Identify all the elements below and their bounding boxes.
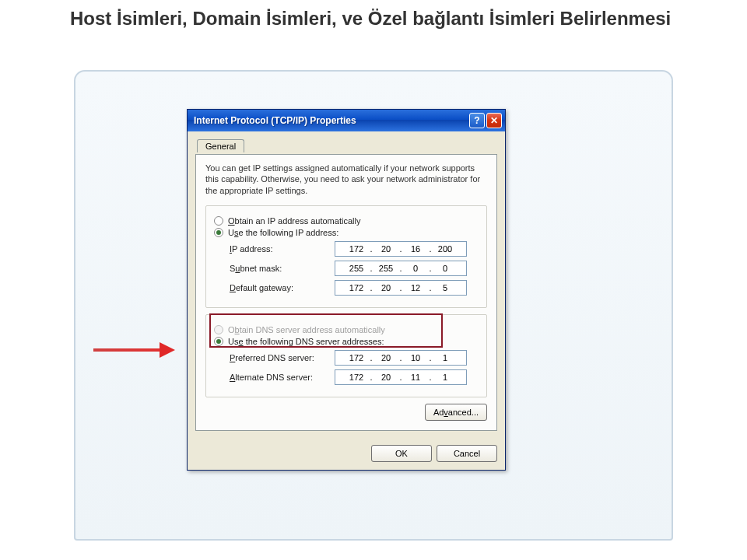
ip-seg: 1 bbox=[433, 353, 457, 362]
general-tab-panel: You can get IP settings assigned automat… bbox=[195, 154, 497, 431]
radio-obtain-ip-label: Obtain an IP address automatically bbox=[228, 216, 360, 226]
subnet-mask-input[interactable]: 255. 255. 0. 0 bbox=[335, 261, 467, 276]
cancel-button[interactable]: Cancel bbox=[437, 445, 497, 462]
default-gateway-input[interactable]: 172. 20. 12. 5 bbox=[335, 280, 467, 296]
ip-address-row: IP address: 172. 20. 16. 200 bbox=[230, 241, 479, 257]
advanced-button[interactable]: Advanced... bbox=[425, 404, 487, 421]
titlebar[interactable]: Internet Protocol (TCP/IP) Properties ? … bbox=[188, 110, 505, 131]
preferred-dns-row: Preferred DNS server: 172. 20. 10. 1 bbox=[230, 350, 479, 366]
ip-seg: 255 bbox=[345, 264, 368, 273]
ip-address-input[interactable]: 172. 20. 16. 200 bbox=[335, 241, 467, 257]
close-icon: ✕ bbox=[490, 115, 498, 126]
page-title: Host İsimleri, Domain İsimleri, ve Özel … bbox=[0, 0, 747, 30]
tab-general[interactable]: General bbox=[197, 139, 244, 152]
callout-arrow bbox=[93, 342, 179, 358]
ip-seg: 16 bbox=[404, 244, 427, 254]
ip-seg: 20 bbox=[374, 244, 398, 254]
default-gateway-row: Default gateway: 172. 20. 12. 5 bbox=[230, 280, 479, 296]
ip-seg: 172 bbox=[345, 244, 368, 254]
alternate-dns-row: Alternate DNS server: 172. 20. 11. 1 bbox=[230, 369, 479, 385]
description-text: You can get IP settings assigned automat… bbox=[205, 163, 487, 196]
radio-use-dns-row[interactable]: Use the following DNS server addresses: bbox=[214, 337, 479, 346]
ip-seg: 255 bbox=[374, 264, 398, 273]
ip-settings-group: Obtain an IP address automatically Use t… bbox=[205, 205, 487, 308]
ip-seg: 1 bbox=[433, 373, 457, 382]
ip-seg: 0 bbox=[433, 264, 457, 273]
ip-seg: 172 bbox=[345, 283, 368, 292]
radio-obtain-dns-row: Obtain DNS server address automatically bbox=[214, 325, 479, 334]
ip-seg: 172 bbox=[345, 373, 368, 382]
subnet-mask-row: Subnet mask: 255. 255. 0. 0 bbox=[230, 261, 479, 276]
radio-use-ip-label: Use the following IP address: bbox=[228, 228, 338, 237]
ip-seg: 0 bbox=[404, 264, 427, 273]
dialog-body: General You can get IP settings assigned… bbox=[188, 131, 505, 439]
ip-seg: 20 bbox=[374, 283, 398, 292]
alternate-dns-label: Alternate DNS server: bbox=[230, 373, 335, 382]
preferred-dns-input[interactable]: 172. 20. 10. 1 bbox=[335, 350, 467, 366]
preferred-dns-label: Preferred DNS server: bbox=[230, 353, 335, 362]
dns-settings-group: Obtain DNS server address automatically … bbox=[205, 314, 487, 397]
radio-obtain-dns bbox=[214, 325, 223, 334]
help-icon: ? bbox=[474, 115, 479, 126]
radio-use-ip-row[interactable]: Use the following IP address: bbox=[214, 228, 479, 237]
ip-seg: 11 bbox=[404, 373, 427, 382]
radio-obtain-ip[interactable] bbox=[214, 216, 223, 226]
ip-address-label: IP address: bbox=[230, 244, 335, 254]
ip-seg: 20 bbox=[374, 353, 398, 362]
dialog-title: Internet Protocol (TCP/IP) Properties bbox=[194, 115, 468, 126]
default-gateway-label: Default gateway: bbox=[230, 283, 335, 292]
ip-seg: 200 bbox=[433, 244, 457, 254]
radio-obtain-dns-label: Obtain DNS server address automatically bbox=[228, 325, 385, 334]
tcpip-properties-dialog: Internet Protocol (TCP/IP) Properties ? … bbox=[187, 109, 506, 471]
alternate-dns-input[interactable]: 172. 20. 11. 1 bbox=[335, 369, 467, 385]
close-button[interactable]: ✕ bbox=[486, 113, 502, 128]
radio-use-ip[interactable] bbox=[214, 228, 223, 237]
ip-seg: 20 bbox=[374, 373, 398, 382]
radio-use-dns[interactable] bbox=[214, 337, 223, 346]
ip-seg: 10 bbox=[404, 353, 427, 362]
ip-seg: 5 bbox=[433, 283, 457, 292]
ok-button[interactable]: OK bbox=[371, 445, 432, 462]
radio-use-dns-label: Use the following DNS server addresses: bbox=[228, 337, 384, 346]
dialog-buttons: OK Cancel bbox=[188, 439, 505, 470]
ip-seg: 12 bbox=[404, 283, 427, 292]
help-button[interactable]: ? bbox=[469, 113, 485, 128]
radio-obtain-ip-row[interactable]: Obtain an IP address automatically bbox=[214, 216, 479, 226]
subnet-mask-label: Subnet mask: bbox=[230, 264, 335, 273]
ip-seg: 172 bbox=[345, 353, 368, 362]
